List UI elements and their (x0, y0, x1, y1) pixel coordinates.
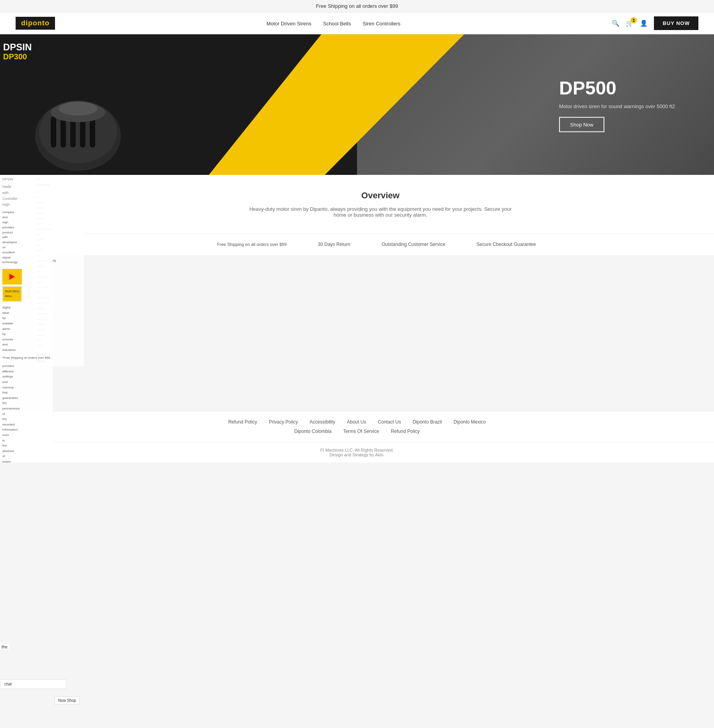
svg-rect-2 (51, 116, 56, 148)
overview-description: Heavy-duty motor siren by Dipanto, alway… (244, 206, 517, 218)
footer-link-colombia[interactable]: Diponto Colombia (294, 429, 331, 434)
footer-link-mexico[interactable]: Diponto Mexico (453, 419, 486, 425)
badge-free-shipping: Free Shipping on all orders over $99 (217, 242, 287, 247)
video-thumb-1[interactable] (2, 269, 22, 285)
hero-title-dpsin: DPSIN (3, 42, 32, 52)
cart-badge: 1 (631, 17, 637, 23)
hero-shop-now-button[interactable]: Shop Now (559, 117, 604, 132)
nav-item-siren-controllers[interactable]: Siren Controllers (362, 20, 400, 27)
hero-product-name: DP500 (559, 77, 675, 99)
header-right: 🔍 🛒 1 👤 BUY NOW (612, 16, 698, 30)
left-rail-compact: compactandhighprovidesproductwithdevelop… (2, 210, 50, 265)
footer-link-refund[interactable]: Refund Policy (228, 419, 257, 425)
badge-secure-checkout: Secure Checkout Guarantee (476, 242, 536, 247)
video-thumbs: FEATURNSMenu (2, 269, 50, 302)
nav-item-school-bells[interactable]: School Bells (323, 20, 351, 27)
left-rail-free-shipping: *Free Shipping on orders over $99 (2, 355, 50, 361)
hero-product-image (23, 73, 133, 175)
left-rail-made: Made (2, 184, 50, 190)
left-rail-controller: Controller (2, 196, 50, 202)
left-rail-dpsin: DPSIN (2, 176, 50, 182)
logo-text: diponto (21, 19, 50, 27)
left-rail-overlay: DPSIN Made with Controller High compacta… (0, 175, 53, 463)
main-content: DPSIN Made with Controller High compacta… (0, 175, 714, 411)
footer-bottom: FI Machines LLC. All Rights Reserved. De… (0, 442, 714, 463)
footer-link-accessibility[interactable]: Accessibility (310, 419, 335, 425)
left-rail-with: with (2, 190, 50, 196)
buy-now-button[interactable]: BUY NOW (654, 16, 698, 30)
footer-design-credit: Design and Strategy by Akin. (16, 452, 698, 457)
left-rail-high: High (2, 202, 50, 208)
footer-link-brazil[interactable]: Diponto Brazil (413, 419, 442, 425)
footer-link-about[interactable]: About Us (347, 419, 366, 425)
featured-label: FEATURNSMenu (5, 289, 19, 299)
left-rail-provides: providesdifferentsettingsandmemorythatgu… (2, 363, 50, 463)
footer-link-privacy[interactable]: Privacy Policy (269, 419, 298, 425)
header: diponto Motor Driven Sirens School Bells… (0, 12, 714, 34)
footer-copyright: FI Machines LLC. All Rights Reserved. (16, 448, 698, 452)
footer-link-contact[interactable]: Contact Us (378, 419, 401, 425)
search-icon[interactable]: 🔍 (612, 20, 620, 27)
footer-link-terms[interactable]: Terms Of Service (343, 429, 379, 434)
top-banner: Free Shipping on all orders over $99 (0, 0, 714, 12)
secure-checkout-label: Secure Checkout Guarantee (476, 242, 536, 247)
footer-links-row2: Diponto Colombia Terms Of Service Refund… (294, 429, 419, 434)
svg-point-8 (59, 101, 98, 116)
nav-link-motor-driven[interactable]: Motor Driven Sirens (266, 21, 311, 27)
returns-label: 30 Days Return (318, 242, 350, 247)
hero-section: DPSIN DP300 DP500 Motor driven siren for… (0, 34, 714, 175)
account-icon[interactable]: 👤 (640, 20, 648, 27)
footer-links: Refund Policy Privacy Policy Accessibili… (0, 411, 714, 442)
cart-icon[interactable]: 🛒 1 (626, 20, 634, 27)
hero-right-content: DP500 Motor driven siren for sound warni… (559, 77, 675, 132)
hero-title-dp300: DP300 (3, 52, 32, 61)
hero-left-text: DPSIN DP300 (3, 42, 32, 61)
main-nav: Motor Driven Sirens School Bells Siren C… (266, 20, 400, 27)
customer-service-label: Outstanding Customer Service (382, 242, 445, 247)
nav-item-motor-driven[interactable]: Motor Driven Sirens (266, 20, 311, 27)
trust-badges: Free Shipping on all orders over $99 30 … (0, 233, 714, 255)
video-thumb-2[interactable]: FEATURNSMenu (2, 286, 22, 302)
free-shipping-label: Free Shipping on all orders over $99 (217, 242, 287, 247)
nav-links: Motor Driven Sirens School Bells Siren C… (266, 20, 400, 27)
nav-link-siren-controllers[interactable]: Siren Controllers (362, 21, 400, 27)
hero-product-subtitle: Motor driven siren for sound warnings ov… (559, 103, 675, 109)
content-spacer (0, 255, 714, 411)
overview-heading: Overview (55, 190, 706, 201)
logo[interactable]: diponto (16, 17, 55, 30)
left-rail-description: digitalidealbysuitablealertsbyschoolsand… (2, 305, 50, 352)
nav-link-school-bells[interactable]: School Bells (323, 21, 351, 27)
badge-customer-service: Outstanding Customer Service (382, 242, 445, 247)
badge-returns: 30 Days Return (318, 242, 350, 247)
footer-link-refund2[interactable]: Refund Policy (391, 429, 420, 434)
footer-links-row1: Refund Policy Privacy Policy Accessibili… (228, 419, 486, 425)
overview-section: Overview Heavy-duty motor siren by Dipan… (0, 175, 714, 233)
banner-text: Free Shipping on all orders over $99 (316, 3, 398, 9)
play-icon-1 (9, 274, 15, 280)
